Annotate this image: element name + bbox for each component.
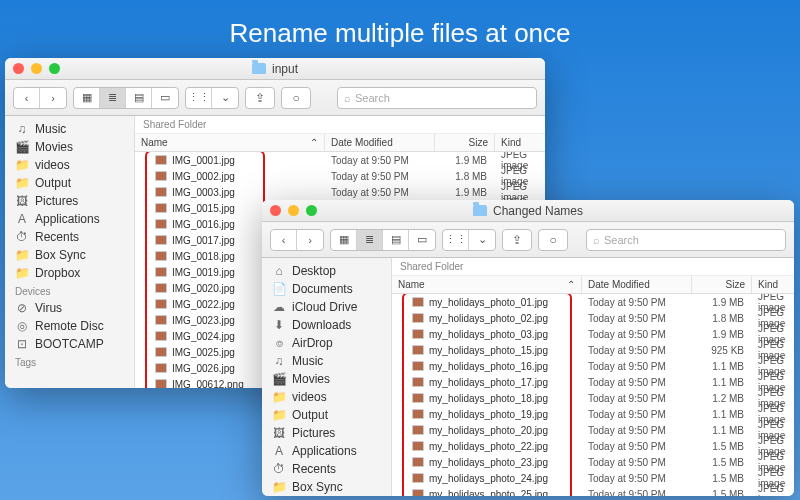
- back-button[interactable]: ‹: [14, 88, 40, 108]
- file-date: Today at 9:50 PM: [325, 187, 435, 198]
- table-row[interactable]: my_holidays_photo_18.jpg Today at 9:50 P…: [392, 390, 794, 406]
- col-size[interactable]: Size: [692, 276, 752, 293]
- arrange-dropdown[interactable]: ⌄: [212, 88, 238, 108]
- view-switcher[interactable]: ▦ ≣ ▤ ▭: [330, 229, 436, 251]
- arrange-dropdown[interactable]: ⌄: [469, 230, 495, 250]
- sidebar-item[interactable]: ⌾AirDrop: [262, 334, 391, 352]
- col-name[interactable]: Name⌃: [392, 276, 582, 293]
- table-row[interactable]: my_holidays_photo_17.jpg Today at 9:50 P…: [392, 374, 794, 390]
- table-row[interactable]: my_holidays_photo_02.jpg Today at 9:50 P…: [392, 310, 794, 326]
- col-name[interactable]: Name⌃: [135, 134, 325, 151]
- sidebar-item[interactable]: 📁Output: [262, 406, 391, 424]
- finder-window-changed: Changed Names ‹ › ▦ ≣ ▤ ▭ ⋮⋮ ⌄ ⇪ ○ ⌕ Sea…: [262, 200, 794, 496]
- list-view[interactable]: ≣: [357, 230, 383, 250]
- table-row[interactable]: IMG_0002.jpg Today at 9:50 PM 1.8 MB JPE…: [135, 168, 545, 184]
- file-thumb-icon: [412, 425, 424, 435]
- col-date[interactable]: Date Modified: [582, 276, 692, 293]
- view-switcher[interactable]: ▦ ≣ ▤ ▭: [73, 87, 179, 109]
- table-row[interactable]: my_holidays_photo_19.jpg Today at 9:50 P…: [392, 406, 794, 422]
- nav-back-forward[interactable]: ‹ ›: [13, 87, 67, 109]
- table-row[interactable]: my_holidays_photo_01.jpg Today at 9:50 P…: [392, 294, 794, 310]
- forward-button[interactable]: ›: [297, 230, 323, 250]
- gallery-view[interactable]: ▭: [152, 88, 178, 108]
- file-thumb-icon: [155, 267, 167, 277]
- column-headers: Name⌃ Date Modified Size Kind: [392, 276, 794, 294]
- column-view[interactable]: ▤: [126, 88, 152, 108]
- sidebar-item[interactable]: 🖼Pictures: [262, 424, 391, 442]
- sidebar-item[interactable]: 📁videos: [5, 156, 134, 174]
- sidebar-item[interactable]: ♫Music: [5, 120, 134, 138]
- arrange-group[interactable]: ⋮⋮ ⌄: [442, 229, 496, 251]
- list-view[interactable]: ≣: [100, 88, 126, 108]
- share-button[interactable]: ⇪: [245, 87, 275, 109]
- sidebar-item[interactable]: ♫Music: [262, 352, 391, 370]
- sidebar-item[interactable]: ⌂Desktop: [262, 262, 391, 280]
- sidebar-item[interactable]: ⬇Downloads: [262, 316, 391, 334]
- sidebar-icon: ⏱: [272, 462, 286, 476]
- forward-button[interactable]: ›: [40, 88, 66, 108]
- file-date: Today at 9:50 PM: [582, 361, 692, 372]
- sidebar-icon: 📁: [15, 158, 29, 172]
- sidebar-item[interactable]: 📁Box Sync: [262, 478, 391, 496]
- sidebar-item[interactable]: ⏱Recents: [262, 460, 391, 478]
- sidebar-item[interactable]: ⏱Recents: [5, 228, 134, 246]
- sidebar-item[interactable]: 📁videos: [262, 388, 391, 406]
- sidebar-item[interactable]: 📁Dropbox: [5, 264, 134, 282]
- table-row[interactable]: my_holidays_photo_25.jpg Today at 9:50 P…: [392, 486, 794, 496]
- nav-back-forward[interactable]: ‹ ›: [270, 229, 324, 251]
- maximize-button[interactable]: [49, 63, 60, 74]
- search-input[interactable]: ⌕ Search: [337, 87, 537, 109]
- table-row[interactable]: IMG_0003.jpg Today at 9:50 PM 1.9 MB JPE…: [135, 184, 545, 200]
- column-view[interactable]: ▤: [383, 230, 409, 250]
- arrange-group[interactable]: ⋮⋮ ⌄: [185, 87, 239, 109]
- file-thumb-icon: [412, 297, 424, 307]
- sidebar-item[interactable]: ☁iCloud Drive: [262, 298, 391, 316]
- table-row[interactable]: my_holidays_photo_22.jpg Today at 9:50 P…: [392, 438, 794, 454]
- table-row[interactable]: my_holidays_photo_03.jpg Today at 9:50 P…: [392, 326, 794, 342]
- close-button[interactable]: [13, 63, 24, 74]
- sidebar-item[interactable]: 🎬Movies: [262, 370, 391, 388]
- sidebar-icon: 📁: [15, 248, 29, 262]
- group-button[interactable]: ⋮⋮: [186, 88, 212, 108]
- titlebar[interactable]: Changed Names: [262, 200, 794, 222]
- back-button[interactable]: ‹: [271, 230, 297, 250]
- sidebar-item[interactable]: 🖼Pictures: [5, 192, 134, 210]
- close-button[interactable]: [270, 205, 281, 216]
- gallery-view[interactable]: ▭: [409, 230, 435, 250]
- file-name: my_holidays_photo_15.jpg: [429, 345, 548, 356]
- share-button[interactable]: ⇪: [502, 229, 532, 251]
- sidebar-item[interactable]: ⊡BOOTCAMP: [5, 335, 134, 353]
- sidebar-item[interactable]: AApplications: [5, 210, 134, 228]
- col-date[interactable]: Date Modified: [325, 134, 435, 151]
- table-row[interactable]: my_holidays_photo_15.jpg Today at 9:50 P…: [392, 342, 794, 358]
- file-name: IMG_0003.jpg: [172, 187, 235, 198]
- sidebar-item[interactable]: 📁Output: [5, 174, 134, 192]
- col-kind[interactable]: Kind: [495, 134, 545, 151]
- tags-button[interactable]: ○: [538, 229, 568, 251]
- maximize-button[interactable]: [306, 205, 317, 216]
- sidebar-item[interactable]: AApplications: [262, 442, 391, 460]
- sidebar-item[interactable]: ⊘Virus: [5, 299, 134, 317]
- file-thumb-icon: [155, 251, 167, 261]
- table-row[interactable]: my_holidays_photo_20.jpg Today at 9:50 P…: [392, 422, 794, 438]
- col-kind[interactable]: Kind: [752, 276, 794, 293]
- titlebar[interactable]: input: [5, 58, 545, 80]
- table-row[interactable]: my_holidays_photo_23.jpg Today at 9:50 P…: [392, 454, 794, 470]
- tags-button[interactable]: ○: [281, 87, 311, 109]
- sidebar-icon: 📁: [15, 266, 29, 280]
- minimize-button[interactable]: [31, 63, 42, 74]
- sidebar-item[interactable]: 📁Box Sync: [5, 246, 134, 264]
- table-row[interactable]: my_holidays_photo_16.jpg Today at 9:50 P…: [392, 358, 794, 374]
- icon-view[interactable]: ▦: [74, 88, 100, 108]
- sidebar-item[interactable]: 🎬Movies: [5, 138, 134, 156]
- search-input[interactable]: ⌕ Search: [586, 229, 786, 251]
- table-row[interactable]: my_holidays_photo_24.jpg Today at 9:50 P…: [392, 470, 794, 486]
- icon-view[interactable]: ▦: [331, 230, 357, 250]
- group-button[interactable]: ⋮⋮: [443, 230, 469, 250]
- file-list-pane: Shared Folder Name⌃ Date Modified Size K…: [392, 258, 794, 496]
- minimize-button[interactable]: [288, 205, 299, 216]
- sidebar-item[interactable]: ◎Remote Disc: [5, 317, 134, 335]
- table-row[interactable]: IMG_0001.jpg Today at 9:50 PM 1.9 MB JPE…: [135, 152, 545, 168]
- col-size[interactable]: Size: [435, 134, 495, 151]
- sidebar-item[interactable]: 📄Documents: [262, 280, 391, 298]
